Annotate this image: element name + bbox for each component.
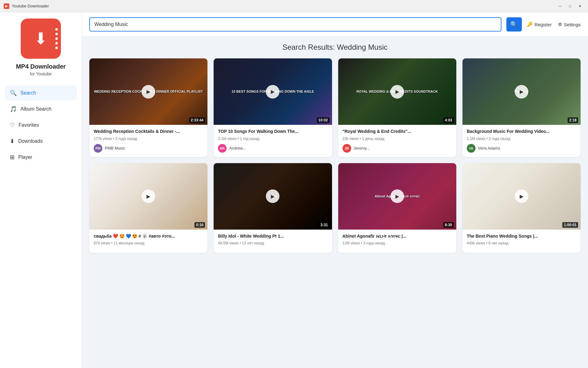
window-controls: ─ □ ✕ [556,3,584,10]
duration-badge: 8:30 [443,222,454,228]
thumbnail-bg: 10 BEST SONGS FOR WALKING DOWN THE AISLE… [214,58,332,125]
video-thumbnail: ▶ 1:00:01 [462,163,581,230]
channel-row: JB Jeremy... [343,144,452,153]
thumbnail-bg: Wedding ▶ 2:18 [462,58,581,125]
thumbnail-bg: ROYAL WEDDING & END CREDITS SOUNDTRACK ▶… [338,58,456,125]
video-card[interactable]: ▶ 0:16 свадьба ❤️ 🤩 💙 😍 # 🪅 #авто #это..… [89,163,207,253]
heart-icon: ♡ [10,122,15,129]
thumbnail-bg: ▶ 0:16 [89,163,207,230]
register-button[interactable]: 🔑 Register [527,22,552,27]
minimize-button[interactable]: ─ [556,3,565,10]
video-info: Wedding Reception Cocktails & Dinner -..… [89,125,207,157]
thumbnail-bg: WEDDING RECEPTION COCKTAILS & DINNER OFF… [89,58,207,125]
app-name: MP4 Downloader [16,63,66,70]
video-meta: 3.1M views • 1 год назад [218,137,327,141]
video-thumbnail: WEDDING RECEPTION COCKTAILS & DINNER OFF… [89,58,207,125]
channel-row: AK Andrew... [218,144,327,153]
header: 🔍 🔑 Register ⚙ Settings [82,12,588,37]
video-title: свадьба ❤️ 🤩 💙 😍 # 🪅 #авто #это... [94,233,203,239]
video-meta: 1.1M views • 2 года назад [467,137,576,141]
app-icon: ▶ [4,3,9,9]
video-meta: 874 views • 11 месяцев назад [94,241,203,245]
channel-name: Jeremy... [354,146,370,150]
search-btn-icon: 🔍 [510,21,518,28]
video-card[interactable]: WEDDING RECEPTION COCKTAILS & DINNER OFF… [89,58,207,157]
channel-avatar: AK [218,144,227,153]
sidebar-item-downloads[interactable]: ⬇ Downloads [5,134,77,149]
search-input[interactable] [89,17,501,32]
search-icon: 🔍 [10,90,17,96]
video-info: свадьба ❤️ 🤩 💙 😍 # 🪅 #авто #это... 874 v… [89,230,207,253]
header-actions: 🔑 Register ⚙ Settings [527,22,581,27]
video-meta: 11M views • 3 года назад [343,241,452,245]
channel-name: PMB Music [105,146,125,150]
video-card[interactable]: Abinet Agonafir አቢነት አጎናፍር ▶ 8:30 Abinet… [338,163,456,253]
player-icon: ⊞ [10,154,15,161]
play-button[interactable]: ▶ [515,85,528,99]
video-card[interactable]: vevo ▶ 3:31 Billy Idol - White Wedding P… [214,163,332,253]
video-thumbnail: Abinet Agonafir አቢነት አጎናፍር ▶ 8:30 [338,163,456,230]
video-thumbnail: vevo ▶ 3:31 [214,163,332,230]
main-content: 🔍 🔑 Register ⚙ Settings Search Results: … [82,12,588,368]
app-logo: ⬇ [21,19,61,59]
channel-name: Vens Adams [478,146,500,150]
maximize-button[interactable]: □ [566,3,574,10]
video-thumbnail: ROYAL WEDDING & END CREDITS SOUNDTRACK ▶… [338,58,456,125]
video-title: TOP 10 Songs For Walking Down The... [218,129,327,135]
sidebar-item-player[interactable]: ⊞ Player [5,150,77,165]
app-subtitle: for Youtube [30,71,52,76]
video-title: Abinet Agonafir አቢነት አጎናፍር |... [343,233,452,239]
sidebar-item-downloads-label: Downloads [18,138,43,144]
video-card[interactable]: Wedding ▶ 2:18 Background Music For Wedd… [462,58,581,157]
key-icon: 🔑 [527,22,533,27]
sidebar-item-search[interactable]: 🔍 Search [5,86,77,100]
content-area: Search Results: Wedding Music WEDDING RE… [82,37,588,368]
video-info: "Royal Wedding & End Credits"... 23k vie… [338,125,456,157]
video-card[interactable]: 10 BEST SONGS FOR WALKING DOWN THE AISLE… [214,58,332,157]
video-card[interactable]: ROYAL WEDDING & END CREDITS SOUNDTRACK ▶… [338,58,456,157]
play-button[interactable]: ▶ [266,85,279,99]
video-meta: 177k views • 2 года назад [94,137,203,141]
thumbnail-bg: vevo ▶ 3:31 [214,163,332,230]
channel-avatar: PM [94,144,102,153]
gear-icon: ⚙ [558,22,562,27]
video-info: Abinet Agonafir አቢነት አጎናፍር |... 11M view… [338,230,456,253]
duration-badge: 2:33:44 [189,117,205,123]
duration-badge: 1:00:01 [562,222,578,228]
play-button[interactable]: ▶ [142,85,155,99]
close-button[interactable]: ✕ [576,3,584,10]
play-button[interactable]: ▶ [142,189,155,203]
sidebar-item-album[interactable]: 🎵 Album Search [5,102,77,116]
settings-button[interactable]: ⚙ Settings [558,22,581,27]
duration-badge: 2:18 [568,117,578,123]
window-title: Youtube Downloader [12,4,556,8]
video-title: "Royal Wedding & End Credits"... [343,129,452,135]
nav-menu: 🔍 Search 🎵 Album Search ♡ Favorites ⬇ Do… [0,86,82,166]
play-button[interactable]: ▶ [390,189,404,203]
play-button[interactable]: ▶ [515,189,528,203]
video-info: The Best Piano Wedding Songs |... 440k v… [462,230,581,253]
video-thumbnail: Wedding ▶ 2:18 [462,58,581,125]
sidebar-item-album-label: Album Search [20,106,52,112]
sidebar-item-favorites-label: Favorites [19,122,39,128]
channel-name: Andrew... [229,146,246,150]
video-title: Background Music For Wedding Video... [467,129,576,135]
video-meta: 23k views • 1 день назад [343,137,452,141]
duration-badge: 10:02 [317,117,330,123]
search-button[interactable]: 🔍 [506,17,522,32]
sidebar-item-search-label: Search [20,90,36,96]
duration-badge: 4:03 [443,117,454,123]
channel-row: PM PMB Music [94,144,203,153]
thumbnail-bg: Abinet Agonafir አቢነት አጎናፍር ▶ 8:30 [338,163,456,230]
play-button[interactable]: ▶ [390,85,404,99]
sidebar-item-favorites[interactable]: ♡ Favorites [5,118,77,133]
video-meta: 48.5M views • 13 лет назад [218,241,327,245]
video-info: Background Music For Wedding Video... 1.… [462,125,581,157]
video-meta: 440k views • 6 лет назад [467,241,576,245]
channel-avatar: JB [343,144,351,153]
video-title: Billy Idol - White Wedding Pt 1... [218,233,327,239]
video-info: TOP 10 Songs For Walking Down The... 3.1… [214,125,332,157]
channel-row: VA Vens Adams [467,144,576,153]
video-card[interactable]: ▶ 1:00:01 The Best Piano Wedding Songs |… [462,163,581,253]
duration-badge: 0:16 [194,222,205,228]
